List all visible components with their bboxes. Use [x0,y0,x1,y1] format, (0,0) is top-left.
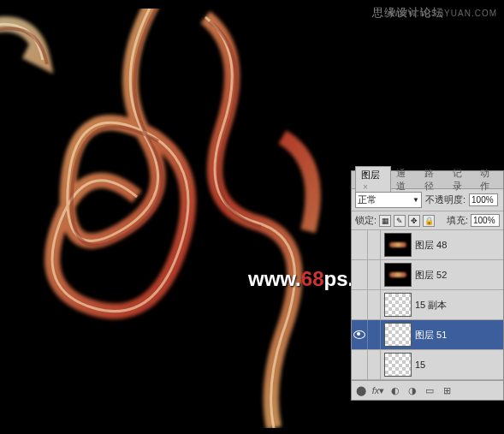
lock-row: 锁定: ▦ ✎ ✥ 🔒 填充: 100% [352,211,503,230]
fx-icon[interactable]: fx▾ [372,384,384,396]
panel-tabs: 图层× 通道 路径 记录 动作 [352,171,503,189]
folder-icon[interactable]: ▭ [424,384,436,396]
tab-actions[interactable]: 动作 [475,165,503,194]
opacity-label: 不透明度: [425,193,465,206]
visibility-toggle[interactable] [352,230,368,259]
link-cell[interactable] [368,230,381,259]
layer-row-selected[interactable]: 图层 51 [352,320,503,350]
eye-icon [353,330,365,339]
tab-channels[interactable]: 通道 [391,165,419,194]
new-layer-icon[interactable]: ⊞ [441,384,453,396]
layer-row[interactable]: 图层 48 [352,230,503,260]
lock-label: 锁定: [355,214,377,227]
layer-thumbnail[interactable] [384,263,412,287]
lock-transparency-icon[interactable]: ▦ [379,215,391,227]
mask-icon[interactable]: ◐ [389,384,401,396]
lock-pixels-icon[interactable]: ✎ [394,215,406,227]
adjustment-icon[interactable]: ◑ [406,384,418,396]
layer-thumbnail[interactable] [384,293,412,317]
layer-list: 图层 48 图层 52 15 副本 图层 51 15 [352,230,503,380]
layer-name[interactable]: 15 副本 [415,299,503,312]
panel-footer: ⬤ fx▾ ◐ ◑ ▭ ⊞ [352,380,503,400]
fill-label: 填充: [447,214,468,227]
visibility-toggle[interactable] [352,320,368,349]
layer-row[interactable]: 15 副本 [352,290,503,320]
visibility-toggle[interactable] [352,350,368,379]
layer-row[interactable]: 图层 52 [352,260,503,290]
tab-layers[interactable]: 图层× [355,166,391,194]
layer-name[interactable]: 图层 51 [415,329,503,342]
chevron-down-icon: ▼ [412,196,419,204]
layer-thumbnail[interactable] [384,233,412,257]
link-cell[interactable] [368,290,381,319]
layer-row[interactable]: 15 [352,350,503,380]
lock-position-icon[interactable]: ✥ [408,215,420,227]
lock-all-icon[interactable]: 🔒 [423,215,435,227]
fill-input[interactable]: 100% [471,214,500,227]
visibility-toggle[interactable] [352,290,368,319]
layer-name[interactable]: 图层 48 [415,239,503,252]
layer-name[interactable]: 15 [415,360,503,370]
link-layers-icon[interactable]: ⬤ [355,384,367,396]
link-cell[interactable] [368,260,381,289]
layer-thumbnail[interactable] [384,353,412,377]
light-effect-artwork [0,9,368,428]
header-url: WWW.MISSYUAN.COM [390,9,497,18]
tab-paths[interactable]: 路径 [419,165,448,194]
link-cell[interactable] [368,350,381,379]
layer-name[interactable]: 图层 52 [415,269,503,282]
blend-mode-select[interactable]: 正常▼ [355,192,422,208]
opacity-input[interactable]: 100% [469,193,498,206]
link-cell[interactable] [368,320,381,349]
layers-panel: 图层× 通道 路径 记录 动作 正常▼ 不透明度: 100% 锁定: ▦ ✎ ✥… [351,170,504,401]
tab-history[interactable]: 记录 [448,165,476,194]
layer-thumbnail[interactable] [384,323,412,347]
visibility-toggle[interactable] [352,260,368,289]
close-icon[interactable]: × [363,182,368,192]
